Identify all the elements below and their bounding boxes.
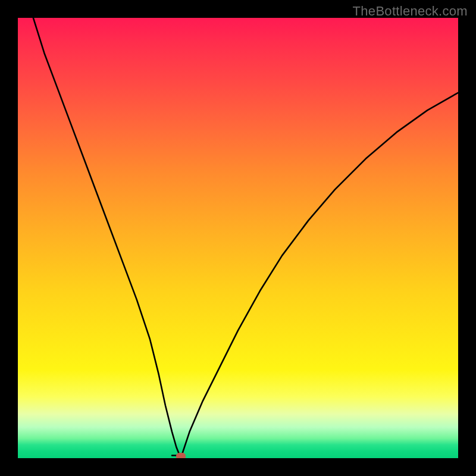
gradient-background (18, 18, 458, 458)
chart-frame: TheBottleneck.com (0, 0, 476, 476)
optimum-marker (176, 453, 186, 458)
plot-area (18, 18, 458, 458)
watermark-text: TheBottleneck.com (353, 4, 468, 19)
